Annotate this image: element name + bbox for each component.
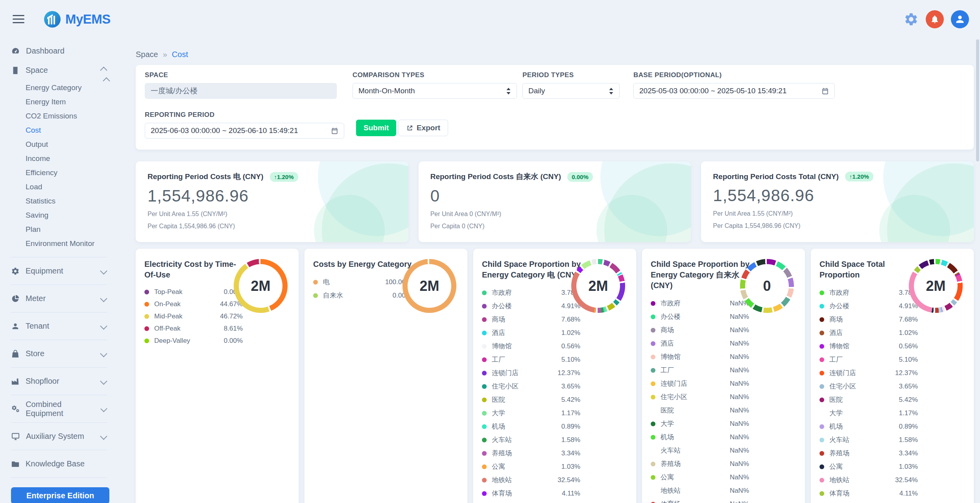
legend-item[interactable]: 大学NaN%	[651, 419, 749, 428]
legend-item[interactable]: 地铁站32.54%	[482, 475, 580, 485]
legend-item[interactable]: 住宅小区3.65%	[482, 382, 580, 391]
legend-item[interactable]: Mid-Peak46.72%	[144, 313, 243, 320]
legend-item[interactable]: 酒店NaN%	[651, 339, 749, 348]
sidebar-item-cost-active[interactable]: Cost	[26, 123, 118, 137]
legend-item[interactable]: 商场7.68%	[482, 315, 580, 324]
sidebar-item-store[interactable]: Store	[11, 344, 118, 363]
notifications-bell-icon[interactable]	[926, 10, 944, 28]
legend-item[interactable]: 办公楼NaN%	[651, 312, 749, 321]
donut-chart[interactable]: 2M	[909, 259, 963, 313]
legend-item[interactable]: 地铁站32.54%	[819, 475, 918, 485]
legend-item[interactable]: 大学1.17%	[482, 409, 580, 418]
legend-item[interactable]: 博物馆NaN%	[651, 352, 749, 361]
sidebar-item-tenant[interactable]: Tenant	[11, 316, 118, 336]
breadcrumb-space-link[interactable]: Space	[136, 50, 158, 59]
reporting-period-input[interactable]: 2025-06-03 00:00:00 ~ 2025-06-10 15:49:2…	[145, 123, 344, 139]
legend-item[interactable]: 火车站1.58%	[482, 435, 580, 444]
sidebar-item-load[interactable]: Load	[26, 180, 118, 194]
legend-item[interactable]: 商场NaN%	[651, 325, 749, 335]
donut-chart[interactable]: 2M	[402, 259, 456, 313]
legend-item[interactable]: 商场7.68%	[819, 315, 918, 324]
sidebar-item-environment-monitor[interactable]: Environment Monitor	[26, 237, 118, 251]
sidebar-item-knowledge-base[interactable]: Knowledge Base	[11, 454, 118, 473]
legend-item[interactable]: 工厂5.10%	[819, 355, 918, 364]
legend-item[interactable]: 酒店1.02%	[482, 328, 580, 337]
donut-chart[interactable]: 0	[740, 259, 794, 313]
legend-item[interactable]: 机场0.89%	[819, 422, 918, 431]
sidebar-item-saving[interactable]: Saving	[26, 208, 118, 222]
submit-button[interactable]: Submit	[356, 120, 396, 136]
legend-item[interactable]: 医院NaN%	[651, 406, 749, 415]
legend-item[interactable]: 博物馆0.56%	[819, 342, 918, 351]
legend-item[interactable]: 机场NaN%	[651, 433, 749, 442]
legend-item[interactable]: 公寓1.03%	[819, 462, 918, 471]
legend-item[interactable]: 养殖场3.34%	[819, 449, 918, 458]
sidebar-item-plan[interactable]: Plan	[26, 222, 118, 237]
hamburger-menu-icon[interactable]	[11, 13, 26, 25]
donut-chart[interactable]: 2M	[234, 259, 288, 313]
period-types-select[interactable]: Daily	[522, 83, 620, 99]
legend-item[interactable]: 体育场NaN%	[651, 499, 749, 503]
legend-item[interactable]: 工厂5.10%	[482, 355, 580, 364]
legend-color-dot	[651, 462, 655, 466]
legend-item[interactable]: 住宅小区NaN%	[651, 392, 749, 401]
sidebar-item-co2-emissions[interactable]: CO2 Emissions	[26, 109, 118, 123]
sidebar-item-efficiency[interactable]: Efficiency	[26, 166, 118, 180]
legend-item[interactable]: Deep-Valley0.00%	[144, 337, 243, 345]
legend-item[interactable]: 机场0.89%	[482, 422, 580, 431]
sidebar-item-meter[interactable]: Meter	[11, 289, 118, 308]
legend-item[interactable]: 博物馆0.56%	[482, 342, 580, 351]
export-button[interactable]: Export	[399, 120, 448, 136]
comparison-types-select[interactable]: Month-On-Month	[353, 83, 517, 99]
legend-item[interactable]: 市政府3.78%	[482, 288, 580, 297]
legend-item[interactable]: 办公楼4.91%	[482, 301, 580, 311]
legend-item[interactable]: 连锁门店12.37%	[482, 368, 580, 377]
space-input[interactable]: 一度城/办公楼	[145, 83, 337, 99]
legend-item[interactable]: 大学1.17%	[819, 409, 918, 418]
legend-item[interactable]: 养殖场3.34%	[482, 449, 580, 458]
legend-label: 酒店	[829, 328, 843, 337]
legend-item[interactable]: 公寓NaN%	[651, 473, 749, 482]
base-period-input[interactable]: 2025-05-03 00:00:00 ~ 2025-05-10 15:49:2…	[633, 83, 835, 99]
legend-item[interactable]: 地铁站NaN%	[651, 486, 749, 495]
sidebar-item-shopfloor[interactable]: Shopfloor	[11, 372, 118, 391]
legend-item[interactable]: 电100.00%	[313, 277, 412, 287]
sidebar-item-statistics[interactable]: Statistics	[26, 194, 118, 208]
legend-item[interactable]: 火车站1.58%	[819, 435, 918, 444]
legend-item[interactable]: 火车站NaN%	[651, 446, 749, 455]
sidebar-item-equipment[interactable]: Equipment	[11, 261, 118, 281]
page-scrollbar-thumb[interactable]	[976, 39, 979, 161]
legend-item[interactable]: 连锁门店NaN%	[651, 379, 749, 388]
legend-item[interactable]: 市政府NaN%	[651, 299, 749, 308]
user-avatar[interactable]	[951, 10, 969, 28]
sidebar-item-space[interactable]: Space	[11, 61, 118, 80]
sidebar-item-energy-item[interactable]: Energy Item	[26, 95, 118, 109]
legend-item[interactable]: 体育场4.11%	[482, 489, 580, 498]
legend-value: 1.58%	[561, 436, 580, 444]
legend-item[interactable]: 自来水0.00%	[313, 291, 412, 300]
settings-gear-icon[interactable]	[904, 12, 919, 27]
legend-item[interactable]: 医院5.42%	[482, 395, 580, 404]
legend-item[interactable]: Off-Peak8.61%	[144, 325, 243, 333]
sidebar-item-auxiliary-system[interactable]: Auxiliary System	[11, 427, 118, 446]
legend-item[interactable]: Top-Peak0.00%	[144, 288, 243, 296]
legend-item[interactable]: 工厂NaN%	[651, 366, 749, 375]
legend-item[interactable]: 公寓1.03%	[482, 462, 580, 471]
sidebar-item-combined-equipment[interactable]: Combined Equipment	[11, 399, 118, 418]
legend-item[interactable]: 医院5.42%	[819, 395, 918, 404]
legend-item[interactable]: 办公楼4.91%	[819, 301, 918, 311]
enterprise-edition-button[interactable]: Enterprise Edition	[11, 487, 109, 503]
legend-item[interactable]: 连锁门店12.37%	[819, 368, 918, 377]
legend-item[interactable]: 市政府3.78%	[819, 288, 918, 297]
sidebar-item-income[interactable]: Income	[26, 152, 118, 166]
sidebar-collapse-caret-icon[interactable]	[104, 78, 109, 85]
sidebar-item-dashboard[interactable]: Dashboard	[11, 41, 118, 61]
legend-item[interactable]: 养殖场NaN%	[651, 459, 749, 468]
legend-item[interactable]: 酒店1.02%	[819, 328, 918, 337]
sidebar-item-output[interactable]: Output	[26, 137, 118, 152]
legend-item[interactable]: On-Peak44.67%	[144, 300, 243, 308]
legend-item[interactable]: 住宅小区3.65%	[819, 382, 918, 391]
legend-item[interactable]: 体育场4.11%	[819, 489, 918, 498]
brand-logo[interactable]: MyEMS	[43, 10, 111, 28]
donut-chart[interactable]: 2M	[571, 259, 625, 313]
